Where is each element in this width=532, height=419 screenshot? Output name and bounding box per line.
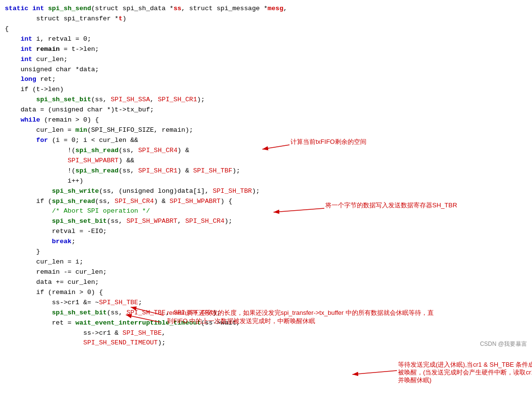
code-line: {	[5, 24, 527, 34]
code-line: spi_sh_set_bit(ss, SPI_SH_SSA, SPI_SH_CR…	[5, 95, 527, 105]
code-token: if (t->len)	[5, 86, 64, 93]
code-token: ret;	[40, 76, 56, 83]
code-token: );	[213, 309, 220, 316]
code-line: if (spi_sh_read(ss, SPI_SH_CR4) & SPI_SH…	[5, 197, 527, 207]
code-token: SPI_SH_TBE	[126, 309, 166, 316]
code-token: );	[232, 167, 240, 174]
code-token: );	[252, 187, 259, 195]
code-line: static int spi_sh_send(struct spi_sh_dat…	[5, 4, 527, 14]
code-token: static int	[5, 5, 48, 12]
code-line: ret = wait_event_interruptible_timeout(s…	[5, 318, 527, 328]
code-token: (struct spi_sh_data *	[91, 5, 173, 12]
code-token: cur_len;	[36, 56, 68, 63]
code-token: i, retval = 0;	[36, 35, 91, 43]
code-token: ss->cr1 &= ~	[5, 299, 99, 306]
code-line: for (i = 0; i < cur_len &&	[5, 136, 527, 146]
code-line: ss->cr1 & SPI_SH_TBE,	[5, 328, 527, 339]
watermark-platform: CSDN	[480, 341, 496, 347]
code-token: !(	[5, 147, 76, 154]
code-token: mesg	[268, 5, 283, 12]
code-token: spi_sh_read	[52, 198, 95, 205]
code-token: wait_event_interruptible_timeout	[76, 319, 201, 326]
code-line: if (remain > 0) {	[5, 288, 527, 298]
code-lines: static int spi_sh_send(struct spi_sh_dat…	[5, 4, 527, 348]
code-token: ss->cr1 &	[5, 329, 122, 337]
code-token: (ss, (unsigned long)data[i],	[99, 187, 213, 195]
code-token: SPI_SH_CR1	[138, 167, 177, 174]
code-token: data = (unsigned char *)t->tx_buf;	[5, 106, 154, 113]
code-line: break;	[5, 237, 527, 247]
code-token: SPI_SH_TBR	[213, 187, 252, 195]
code-token: ,	[150, 96, 158, 103]
code-token	[5, 339, 83, 346]
code-token: min	[76, 126, 87, 134]
code-token: remain -= cur_len;	[5, 268, 107, 276]
code-token: retval = -EIO;	[5, 228, 107, 235]
code-line: remain -= cur_len;	[5, 267, 527, 278]
code-line: int i, retval = 0;	[5, 34, 527, 45]
code-token: cur_len =	[5, 126, 76, 134]
code-token: ,	[283, 5, 287, 12]
code-token: data += cur_len;	[5, 279, 99, 286]
code-token: SPI_SH_SEND_TIMEOUT	[83, 339, 158, 346]
code-token: );	[225, 217, 232, 225]
code-token: ) {	[221, 198, 232, 205]
code-token: (ss->wait,	[201, 319, 240, 326]
code-line: spi_sh_set_bit(ss, SPI_SH_WPABRT, SPI_SH…	[5, 217, 527, 227]
code-token: spi_sh_set_bit	[52, 309, 106, 316]
code-token: ret =	[5, 319, 76, 326]
code-token: /* Abort SPI operation */	[5, 207, 150, 215]
code-token	[5, 137, 36, 144]
code-token: (ss,	[107, 217, 127, 225]
code-token: (ss,	[107, 309, 127, 316]
code-token: ,	[166, 309, 173, 316]
code-token: SPI_SH_CR4	[115, 198, 154, 205]
code-token: unsigned char *data;	[5, 66, 99, 73]
annotation-4-line3: 并唤醒休眠)	[398, 376, 431, 384]
code-line: retval = -EIO;	[5, 227, 527, 237]
code-token	[5, 157, 68, 164]
code-line: data += cur_len;	[5, 278, 527, 288]
code-token: (ss,	[119, 147, 138, 154]
code-token: SPI_SH_WPABRT	[68, 157, 119, 164]
code-token: ,	[177, 217, 185, 225]
code-line: i++)	[5, 176, 527, 186]
code-token: (ss,	[119, 167, 138, 174]
code-token: ) &	[154, 198, 169, 205]
code-token: t	[119, 15, 122, 22]
code-token: SPI_SH_TBE	[99, 299, 138, 306]
watermark-user: @我要暴富	[498, 341, 527, 347]
code-line: spi_sh_write(ss, (unsigned long)data[i],…	[5, 186, 527, 197]
code-token: spi_sh_read	[76, 167, 119, 174]
code-token: (i = 0; i < cur_len &&	[48, 137, 138, 144]
code-token: SPI_SH_WPABRT	[126, 217, 177, 225]
code-token: i++)	[5, 177, 83, 185]
code-token: SPI_SH_CR1	[158, 96, 197, 103]
code-token: remain	[36, 46, 60, 53]
code-token: SPI_SH_CR4	[138, 147, 177, 154]
annotation-4-line1: 等待发送完成(进入休眠),当cr1 & SH_TBE 条件成立时会	[398, 361, 532, 368]
code-token: ) &&	[119, 157, 134, 164]
code-line: unsigned char *data;	[5, 65, 527, 75]
code-token: = t->len;	[60, 46, 99, 53]
code-line: }	[5, 247, 527, 257]
code-token: ;	[138, 299, 142, 306]
code-token: (ss,	[91, 96, 111, 103]
code-token: ) &	[177, 147, 189, 154]
code-line: !(spi_sh_read(ss, SPI_SH_CR4) &	[5, 146, 527, 156]
code-token: long	[5, 76, 40, 83]
code-token: ss	[173, 5, 181, 12]
code-token: SPI_SH_TBF	[193, 167, 232, 174]
code-line: int cur_len;	[5, 55, 527, 65]
code-token: );	[158, 339, 166, 346]
code-token: ;	[72, 238, 76, 245]
code-token: {	[5, 25, 9, 32]
code-token	[5, 116, 20, 124]
code-token	[5, 187, 52, 195]
annotation-4-line2: 被唤醒，(当发送完成时会产生硬件中断，读取cr1寄存器	[398, 369, 532, 376]
code-line: cur_len = min(SPI_SH_FIFO_SIZE, remain);	[5, 125, 527, 136]
code-token: SPI_SH_SSA	[111, 96, 150, 103]
code-line: /* Abort SPI operation */	[5, 206, 527, 217]
code-token: spi_sh_write	[52, 187, 99, 195]
watermark: CSDN @我要暴富	[480, 340, 527, 349]
